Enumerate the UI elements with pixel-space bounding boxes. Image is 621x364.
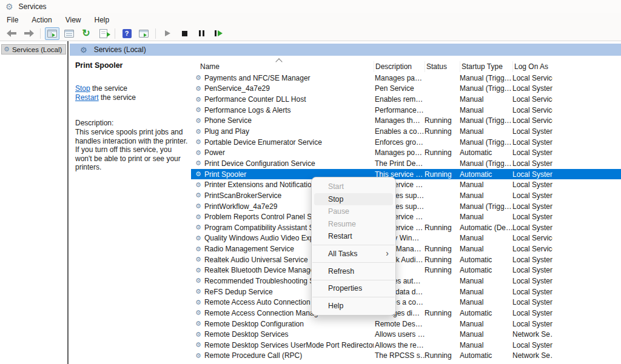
table-row[interactable]: ⚙ReFS Dedup ServiceReFS data d…ManualLoc… [191,286,621,297]
gear-icon: ⚙ [195,192,201,199]
properties-window-icon [64,30,74,38]
table-row[interactable]: ⚙Remote Procedure Call (RPC)The RPCSS s…… [191,351,621,362]
table-row[interactable]: ⚙Realtek Bluetooth Device Manager Servic… [191,265,621,276]
restart-service-link[interactable]: Restart [75,93,99,102]
table-row[interactable]: ⚙PenService_4a7e29Pen ServiceManual (Tri… [191,84,621,94]
services-app-icon: ⚙ [5,2,13,11]
show-console-tree-button[interactable] [45,27,59,40]
table-row[interactable]: ⚙Performance Logs & AlertsPerformance…Ma… [191,105,621,116]
service-startup-type: Manual (Trigg… [460,116,512,125]
context-menu-item-refresh[interactable]: Refresh [312,265,395,278]
context-menu-item-restart[interactable]: Restart [312,230,395,243]
service-name-cell: ⚙Performance Logs & Alerts [191,106,374,114]
table-row[interactable]: ⚙PowerManages po…RunningAutomaticLocal S… [191,147,621,158]
stop-service-button[interactable] [177,27,192,40]
forward-button[interactable] [21,27,36,40]
menubar-item-file[interactable]: File [0,15,25,25]
service-name: Power [204,148,225,157]
start-service-button[interactable] [160,27,175,40]
pause-service-icon [199,30,204,36]
service-name-cell: ⚙Print Device Configuration Service [191,159,374,168]
service-control-window-button[interactable] [136,27,151,40]
service-description: Remote Des… [374,320,425,328]
table-row[interactable]: ⚙Quality Windows Audio Video ExperienceQ… [191,233,621,244]
table-row[interactable]: ⚙Remote Access Connection ManagerManages… [191,308,621,319]
service-startup-type: Manual (Trigg… [460,202,512,211]
service-description: The Print De… [374,159,425,168]
service-log-on-as: Local Service [512,245,552,253]
service-action-links: Stop the service Restart the service [75,84,191,102]
service-startup-type: Manual [460,288,512,296]
service-log-on-as: Local Service [512,74,552,82]
service-name-cell: ⚙Remote Procedure Call (RPC) [191,351,374,360]
gear-icon: ⚙ [195,320,201,327]
table-row[interactable]: ⚙Problem Reports Control Panel SupportTh… [191,211,621,222]
table-row[interactable]: ⚙PrintScanBrokerServiceProvides sup…Manu… [191,190,621,201]
help-button[interactable]: ? [119,27,134,40]
context-menu-item-start: Start [312,180,395,193]
selected-service-name: Print Spooler [75,61,191,70]
column-header-log-on-as[interactable]: Log On As [512,61,552,72]
menubar-item-view[interactable]: View [59,15,88,25]
context-menu-item-all-tasks[interactable]: All Tasks› [312,248,395,260]
table-row[interactable]: ⚙Program Compatibility Assistant Service… [191,222,621,233]
table-row[interactable]: ⚙Realtek Audio Universal ServiceRealtek … [191,254,621,265]
services-list: NameDescriptionStatusStartup TypeLog On … [191,56,621,364]
table-row[interactable]: ⚙Printer Extensions and NotificationsThi… [191,179,621,190]
context-menu-item-properties[interactable]: Properties [312,282,395,295]
gear-icon: ⚙ [195,331,201,338]
table-row[interactable]: ⚙Remote Desktop ConfigurationRemote Des…… [191,319,621,329]
table-row[interactable]: ⚙Remote Access Auto Connection ManagerCr… [191,297,621,308]
table-row[interactable]: ⚙Payments and NFC/SE ManagerManages pa…M… [191,73,621,84]
table-row[interactable]: ⚙ [191,361,621,364]
extended-detail-panel: Print Spooler Stop the service Restart t… [70,56,191,364]
gear-icon: ⚙ [195,309,201,316]
restart-service-button[interactable] [211,27,226,40]
table-row[interactable]: ⚙Recommended Troubleshooting ServiceEnab… [191,276,621,286]
tree-item-services-local[interactable]: ⚙ Services (Local) [1,44,66,55]
properties-window-button[interactable] [62,27,76,40]
table-row[interactable]: ⚙PrintWorkflow_4a7e29Provides sup…Manual… [191,201,621,212]
service-name: Remote Desktop Services [204,330,289,339]
pause-service-button[interactable] [194,27,209,40]
service-name-cell: ⚙Power [191,148,374,157]
context-menu-item-stop[interactable]: Stop [314,193,393,206]
context-menu-item-help[interactable]: Help [312,300,395,313]
column-header-status[interactable]: Status [425,61,460,72]
stop-service-link[interactable]: Stop [75,84,90,93]
service-name-cell: ⚙Portable Device Enumerator Service [191,138,374,147]
column-header-startup-type[interactable]: Startup Type [460,61,512,72]
service-name: Print Spooler [204,170,246,179]
console-tree-panel: ⚙ Services (Local) [0,41,69,364]
gear-icon: ⚙ [195,235,201,242]
service-name: Plug and Play [204,127,249,136]
table-row[interactable]: ⚙Print SpoolerThis service …RunningAutom… [191,169,621,180]
service-log-on-as: Local System [512,202,552,211]
column-header-description[interactable]: Description [374,61,425,72]
service-log-on-as: Local System [512,277,552,285]
table-row[interactable]: ⚙Radio Management ServiceRadio Mana…Runn… [191,243,621,254]
export-list-button[interactable] [96,27,110,40]
service-log-on-as: Local System [512,213,552,221]
table-row[interactable]: ⚙Portable Device Enumerator ServiceEnfor… [191,137,621,148]
service-log-on-as: Local System [512,298,552,306]
service-name: Remote Desktop Configuration [204,320,304,328]
table-row[interactable]: ⚙Remote Desktop Services UserMode Port R… [191,340,621,351]
table-row[interactable]: ⚙Phone ServiceManages th…RunningManual (… [191,116,621,127]
column-header-name[interactable]: Name [191,61,374,72]
table-row[interactable]: ⚙Print Device Configuration ServiceThe P… [191,158,621,169]
service-description: The RPCSS s… [374,351,425,360]
tree-item-label: Services (Local) [12,46,62,53]
back-button[interactable] [4,27,19,40]
table-row[interactable]: ⚙Remote Desktop ServicesAllows users …Ma… [191,329,621,340]
service-status: Running [425,170,460,179]
service-description: Enables rem… [374,95,425,104]
table-row[interactable]: ⚙Performance Counter DLL HostEnables rem… [191,94,621,105]
table-row[interactable]: ⚙Plug and PlayEnables a co…RunningManual… [191,126,621,137]
service-startup-type: Manual [460,245,512,253]
refresh-button[interactable]: ↻ [79,27,93,40]
service-log-on-as: Local System [512,180,552,189]
menubar-item-action[interactable]: Action [25,15,58,25]
menubar-item-help[interactable]: Help [88,15,116,25]
service-log-on-as: Local System [512,223,552,232]
